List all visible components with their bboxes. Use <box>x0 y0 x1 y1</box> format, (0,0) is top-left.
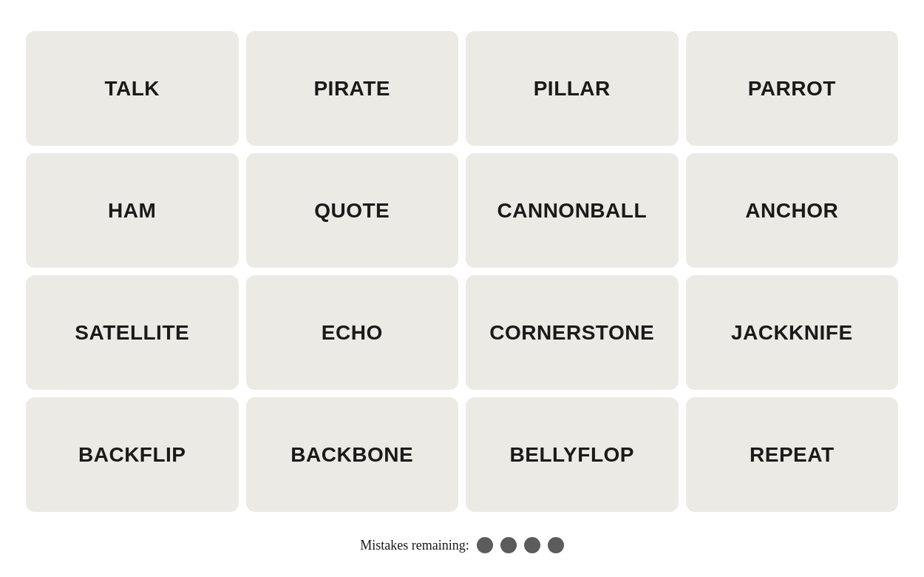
word-card-backbone[interactable]: BACKBONE <box>246 397 459 512</box>
word-card-cornerstone[interactable]: CORNERSTONE <box>466 275 679 390</box>
word-grid: TALKPIRATEPILLARPARROTHAMQUOTECANNONBALL… <box>18 24 906 519</box>
word-label: HAM <box>108 199 156 223</box>
word-label: QUOTE <box>314 199 390 223</box>
mistake-dot-4 <box>548 537 564 553</box>
word-label: ECHO <box>322 321 383 345</box>
mistakes-section: Mistakes remaining: <box>360 537 563 553</box>
word-label: ANCHOR <box>745 199 838 223</box>
word-card-pillar[interactable]: PILLAR <box>466 31 679 146</box>
word-label: SATELLITE <box>75 321 189 345</box>
word-card-satellite[interactable]: SATELLITE <box>26 275 239 390</box>
word-card-ham[interactable]: HAM <box>26 153 239 268</box>
word-card-parrot[interactable]: PARROT <box>686 31 899 146</box>
mistake-dot-1 <box>477 537 493 553</box>
word-label: BACKBONE <box>291 443 413 467</box>
word-card-bellyflop[interactable]: BELLYFLOP <box>466 397 679 512</box>
word-card-backflip[interactable]: BACKFLIP <box>26 397 239 512</box>
word-card-quote[interactable]: QUOTE <box>246 153 459 268</box>
word-card-pirate[interactable]: PIRATE <box>246 31 459 146</box>
word-card-echo[interactable]: ECHO <box>246 275 459 390</box>
word-card-anchor[interactable]: ANCHOR <box>686 153 899 268</box>
word-label: JACKKNIFE <box>731 321 853 345</box>
mistake-dot-3 <box>524 537 540 553</box>
word-label: BACKFLIP <box>78 443 186 467</box>
word-label: PILLAR <box>534 77 611 101</box>
word-label: TALK <box>104 77 160 101</box>
word-label: CANNONBALL <box>497 199 647 223</box>
mistakes-label: Mistakes remaining: <box>360 538 469 553</box>
mistake-dot-2 <box>500 537 517 553</box>
word-label: REPEAT <box>750 443 835 467</box>
word-label: PARROT <box>748 77 836 101</box>
word-label: BELLYFLOP <box>510 443 634 467</box>
word-label: PIRATE <box>313 77 390 101</box>
word-label: CORNERSTONE <box>489 321 654 345</box>
word-card-cannonball[interactable]: CANNONBALL <box>466 153 679 268</box>
word-card-talk[interactable]: TALK <box>26 31 239 146</box>
word-card-repeat[interactable]: REPEAT <box>686 397 899 512</box>
word-card-jackknife[interactable]: JACKKNIFE <box>686 275 899 390</box>
